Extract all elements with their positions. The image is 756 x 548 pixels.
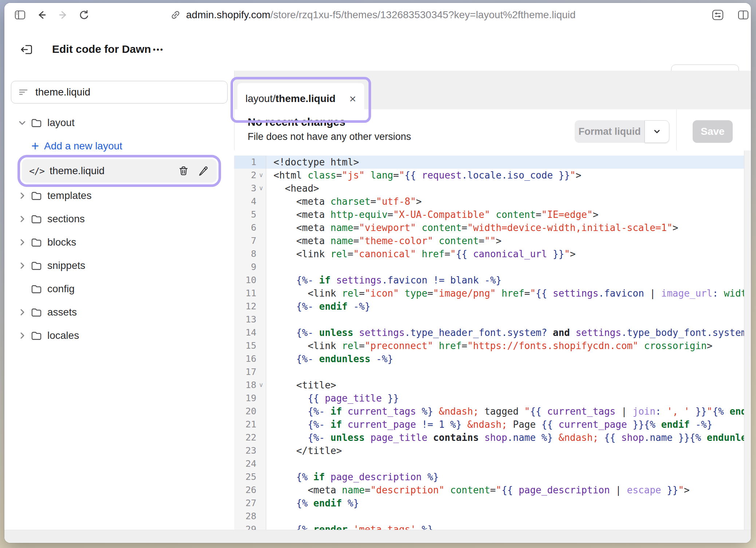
split-view-icon[interactable] [737, 9, 749, 21]
code-line-8[interactable]: 8 <link rel="canonical" href="{{ canonic… [234, 247, 751, 261]
line-number: 3∨ [234, 182, 266, 195]
line-number: 13 [234, 313, 266, 326]
line-number: 20 [234, 405, 266, 418]
page-settings-icon[interactable] [712, 9, 724, 21]
chevron-right-icon[interactable] [17, 261, 27, 270]
chevron-right-icon[interactable] [17, 308, 27, 317]
code-line-28[interactable]: 28 [234, 510, 751, 523]
folder-icon [31, 260, 42, 271]
code-line-15[interactable]: 15 <link rel="preconnect" href="https://… [234, 339, 751, 352]
sidebar-folder-sections[interactable]: sections [4, 207, 234, 231]
code-line-22[interactable]: 22 {%- unless page_title contains shop.n… [234, 431, 751, 444]
sidebar-toggle-icon[interactable] [14, 9, 26, 21]
sidebar-folder-locales[interactable]: locales [4, 324, 234, 347]
add-new-layout-button[interactable]: +Add a new layout [4, 134, 234, 158]
code-line-3[interactable]: 3∨ <head> [234, 182, 751, 195]
sidebar-folder-config[interactable]: config [4, 277, 234, 301]
fold-arrow-icon[interactable]: ∨ [256, 169, 266, 182]
sidebar-item-theme-liquid[interactable]: </>theme.liquid [22, 159, 217, 183]
code-text: <link rel="canonical" href="{{ canonical… [266, 247, 576, 261]
line-number: 15 [234, 339, 266, 352]
line-number: 27 [234, 497, 266, 510]
fold-arrow-icon[interactable]: ∨ [256, 379, 266, 392]
code-text: {%- if current_page != 1 %} &ndash; Page… [266, 418, 712, 431]
code-text: <meta http-equiv="X-UA-Compatible" conte… [266, 208, 598, 221]
code-line-19[interactable]: 19 {{ page_title }} [234, 392, 751, 405]
code-line-27[interactable]: 27 {% endif %} [234, 497, 751, 510]
code-line-2[interactable]: 2∨<html class="js" lang="{{ request.loca… [234, 169, 751, 182]
code-text [266, 510, 273, 523]
code-text: <html class="js" lang="{{ request.locale… [266, 169, 581, 182]
line-number: 26 [234, 484, 266, 497]
code-line-12[interactable]: 12 {%- endif -%} [234, 300, 751, 313]
code-line-14[interactable]: 14 {%- unless settings.type_header_font.… [234, 326, 751, 339]
code-line-17[interactable]: 17 [234, 365, 751, 379]
url-text: admin.shopify.com/store/rzq1xu-f5/themes… [186, 9, 576, 21]
folder-icon [31, 306, 42, 318]
overflow-menu-icon[interactable]: ••• [153, 43, 164, 56]
chevron-right-icon[interactable] [17, 238, 27, 247]
line-number: 24 [234, 457, 266, 470]
code-line-7[interactable]: 7 <meta name="theme-color" content=""> [234, 234, 751, 247]
line-number: 7 [234, 234, 266, 247]
code-text [266, 261, 273, 274]
chevron-down-icon[interactable] [17, 118, 27, 128]
code-text: {% endif %} [266, 497, 359, 510]
reload-icon[interactable] [77, 9, 90, 21]
code-line-25[interactable]: 25 {% if page_description %} [234, 470, 751, 484]
search-input[interactable] [35, 86, 221, 98]
code-text: <!doctype html> [266, 156, 359, 169]
code-line-18[interactable]: 18∨ <title> [234, 379, 751, 392]
code-editor[interactable]: 1<!doctype html>2∨<html class="js" lang=… [234, 150, 751, 535]
code-line-11[interactable]: 11 <link rel="icon" type="image/png" hre… [234, 287, 751, 300]
plus-icon: + [31, 141, 39, 152]
code-line-24[interactable]: 24 [234, 457, 751, 470]
fold-arrow-icon[interactable]: ∨ [256, 182, 266, 195]
delete-icon[interactable] [177, 165, 190, 177]
code-text: {%- if settings.favicon != blank -%} [266, 274, 501, 287]
code-text: {% if page_description %} [266, 470, 439, 484]
chevron-right-icon[interactable] [17, 191, 27, 200]
sidebar-folder-blocks[interactable]: blocks [4, 231, 234, 254]
code-line-10[interactable]: 10 {%- if settings.favicon != blank -%} [234, 274, 751, 287]
code-line-4[interactable]: 4 <meta charset="utf-8"> [234, 195, 751, 208]
code-line-26[interactable]: 26 <meta name="description" content="{{ … [234, 484, 751, 497]
status-subtitle: File does not have any other versions [248, 131, 411, 142]
code-text [266, 365, 273, 379]
code-line-5[interactable]: 5 <meta http-equiv="X-UA-Compatible" con… [234, 208, 751, 221]
code-line-9[interactable]: 9 [234, 261, 751, 274]
chevron-right-icon[interactable] [17, 331, 27, 340]
code-line-16[interactable]: 16 {%- endunless -%} [234, 352, 751, 365]
link-icon [170, 9, 181, 20]
edit-icon[interactable] [197, 165, 209, 177]
code-text: {%- endif -%} [266, 300, 370, 313]
sidebar-folder-layout[interactable]: layout [4, 111, 234, 134]
tab-close-icon[interactable]: × [349, 94, 356, 104]
format-liquid-dropdown[interactable] [645, 120, 669, 143]
code-line-1[interactable]: 1<!doctype html> [234, 156, 751, 169]
code-line-6[interactable]: 6 <meta name="viewport" content="width=d… [234, 221, 751, 234]
header-divider [676, 109, 677, 150]
back-icon[interactable] [36, 9, 48, 21]
sidebar-folder-assets[interactable]: assets [4, 301, 234, 324]
sidebar-folder-templates[interactable]: templates [4, 184, 234, 207]
file-search[interactable] [11, 81, 228, 103]
url-bar[interactable]: admin.shopify.com/store/rzq1xu-f5/themes… [170, 3, 576, 27]
code-line-21[interactable]: 21 {%- if current_page != 1 %} &ndash; P… [234, 418, 751, 431]
folder-icon [31, 236, 42, 248]
chevron-right-icon[interactable] [17, 214, 27, 224]
exit-editor-icon[interactable] [19, 42, 35, 58]
line-number: 16 [234, 352, 266, 365]
tab-theme-liquid[interactable]: layout/theme.liquid × [237, 83, 364, 114]
save-button[interactable]: Save [693, 120, 733, 143]
forward-icon[interactable] [57, 9, 69, 21]
sidebar-folder-snippets[interactable]: snippets [4, 254, 234, 277]
code-line-23[interactable]: 23 </title> [234, 444, 751, 457]
editor-scrollbar[interactable] [744, 150, 751, 530]
code-text: <meta charset="utf-8"> [266, 195, 422, 208]
line-number: 5 [234, 208, 266, 221]
code-line-13[interactable]: 13 [234, 313, 751, 326]
code-line-20[interactable]: 20 {%- if current_tags %} &ndash; tagged… [234, 405, 751, 418]
code-text: {%- if current_tags %} &ndash; tagged "{… [266, 405, 751, 418]
format-liquid-button[interactable]: Format liquid [575, 120, 645, 143]
